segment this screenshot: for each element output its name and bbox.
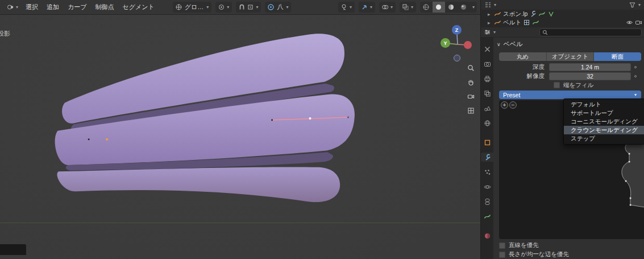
menu-segments[interactable]: セグメント <box>119 1 159 13</box>
snap-controls[interactable]: ▾ <box>236 2 261 13</box>
printer-icon <box>484 75 491 83</box>
curve-object-icon <box>494 10 501 18</box>
minus-icon: − <box>512 102 515 108</box>
hand-icon <box>467 79 475 86</box>
resolution-label: 解像度 <box>493 72 549 80</box>
animate-dot-icon[interactable] <box>634 75 637 77</box>
menu-item-crown-molding[interactable]: クラウンモールディング <box>564 126 644 134</box>
tab-material[interactable] <box>481 231 493 240</box>
properties-search[interactable] <box>539 28 642 36</box>
properties-search-input[interactable] <box>550 30 635 36</box>
object-visibility-dropdown[interactable]: ▾ <box>338 2 355 13</box>
xray-toggle[interactable]: ▾ <box>400 2 416 13</box>
chevron-down-icon: ▾ <box>206 5 209 10</box>
outliner-row-pants[interactable]: ▸ スボン.lp <box>481 10 644 18</box>
menu-select[interactable]: 選択 <box>22 1 42 13</box>
wireframe-sphere-icon <box>422 3 430 11</box>
navigation-gizmo[interactable]: Z Y <box>438 23 477 63</box>
viewport-3d[interactable]: ▾ 選択 追加 カーブ 制御点 セグメント グロ… ▾ ▾ ▾ <box>0 0 480 259</box>
resolution-value: 32 <box>587 73 593 80</box>
pivot-point-dropdown[interactable]: ▾ <box>215 2 232 13</box>
bevel-panel-header[interactable]: ∨ ベベル <box>497 40 522 48</box>
tab-round[interactable]: 丸め <box>499 52 547 61</box>
tab-output[interactable] <box>481 74 493 83</box>
prefer-straight-checkbox[interactable] <box>499 242 505 249</box>
curve-object-icon <box>494 19 501 26</box>
shading-material-button[interactable] <box>445 2 458 13</box>
tab-world[interactable] <box>481 118 493 128</box>
expand-arrow-icon[interactable]: ▸ <box>488 11 492 17</box>
outliner-row-belt[interactable]: ▸ ベルト <box>481 18 644 27</box>
zoom-out-button[interactable]: − <box>509 101 517 109</box>
camera-icon <box>467 93 475 100</box>
depth-field[interactable]: 1.24 m <box>549 63 631 71</box>
depth-label: 深度 <box>493 63 549 71</box>
filter-funnel-icon[interactable] <box>629 1 636 9</box>
menu-curve[interactable]: カーブ <box>64 1 91 13</box>
tab-render[interactable] <box>481 59 493 68</box>
curve-data-icon[interactable] <box>532 19 539 26</box>
tab-object-data[interactable] <box>481 212 493 221</box>
tab-object[interactable]: オブジェクト <box>547 52 595 61</box>
chevron-down-icon: ▾ <box>349 5 352 10</box>
chevron-down-icon: ▾ <box>493 30 496 35</box>
shading-wireframe-button[interactable] <box>420 2 433 13</box>
viewport-nav-buttons <box>464 63 477 116</box>
tab-constraints[interactable] <box>481 197 493 206</box>
tab-view-layer[interactable] <box>481 89 493 98</box>
curve-data-icon[interactable] <box>538 10 546 18</box>
operator-panel-collapsed[interactable] <box>0 244 26 255</box>
orthographic-toggle-button[interactable] <box>464 105 477 116</box>
shading-rendered-button[interactable] <box>458 2 470 13</box>
prefer-even-checkbox[interactable] <box>499 252 505 258</box>
pan-button[interactable] <box>464 77 477 87</box>
tab-tool[interactable] <box>481 44 493 54</box>
menu-item-support-loops[interactable]: サポートループ <box>564 109 644 117</box>
bevel-mode-tabs: 丸め オブジェクト 断面 <box>499 52 641 61</box>
tab-modifiers[interactable] <box>481 153 493 162</box>
panel-title: ベベル <box>504 40 523 48</box>
chevron-down-icon: ▾ <box>638 3 641 7</box>
tab-profile[interactable]: 断面 <box>594 52 641 61</box>
overlays-toggle[interactable]: ▾ <box>379 2 396 13</box>
chevron-down-icon: ▾ <box>470 5 477 10</box>
modifier-wrench-icon[interactable] <box>529 10 537 18</box>
tab-particles[interactable] <box>481 167 493 176</box>
outliner-header: ▾ ▾ <box>481 0 644 10</box>
eye-visibility-icon[interactable] <box>626 19 633 26</box>
prefer-straight-row: 直線を優先 <box>499 241 641 249</box>
curve-data-icon <box>484 213 491 220</box>
view-layer-icon <box>484 90 491 97</box>
camera-view-button[interactable] <box>464 91 477 101</box>
menu-item-cornice-molding[interactable]: コーニスモールディング <box>564 117 644 126</box>
menu-add[interactable]: 追加 <box>43 1 63 13</box>
properties-editor-icon[interactable] <box>484 28 491 36</box>
fill-caps-checkbox[interactable] <box>554 82 560 88</box>
gizmo-z-axis[interactable]: Z <box>452 25 462 35</box>
chevron-down-icon: ▾ <box>410 5 414 10</box>
preset-dropdown-button[interactable]: Preset ▾ <box>499 91 641 99</box>
plus-icon: + <box>503 102 506 108</box>
menu-item-default[interactable]: デフォルト <box>564 100 644 109</box>
tab-physics[interactable] <box>481 182 493 191</box>
editor-type-selector[interactable]: ▾ <box>5 2 21 13</box>
tab-object[interactable] <box>481 138 493 147</box>
vertex-group-icon[interactable] <box>547 10 555 18</box>
render-visibility-camera-icon[interactable] <box>635 19 642 26</box>
transform-orientation-dropdown[interactable]: グロ… ▾ <box>173 2 212 13</box>
resolution-field[interactable]: 32 <box>549 72 631 80</box>
gizmo-y-axis[interactable]: Y <box>441 38 450 48</box>
gizmos-toggle[interactable]: ▾ <box>359 2 375 13</box>
outliner-editor-icon[interactable] <box>484 1 492 9</box>
modifier-grid-icon[interactable] <box>523 19 530 26</box>
animate-dot-icon[interactable] <box>634 66 637 68</box>
zoom-button[interactable] <box>464 63 477 73</box>
expand-arrow-icon[interactable]: ▸ <box>488 20 492 26</box>
shading-solid-button[interactable] <box>433 2 445 13</box>
tab-scene[interactable] <box>481 104 493 113</box>
properties-tab-strip <box>481 38 493 259</box>
zoom-in-button[interactable]: + <box>501 101 508 109</box>
menu-control-points[interactable]: 制御点 <box>92 1 118 13</box>
proportional-editing-controls[interactable]: 八 ▾ <box>265 2 291 13</box>
menu-item-steps[interactable]: ステップ <box>564 134 644 143</box>
